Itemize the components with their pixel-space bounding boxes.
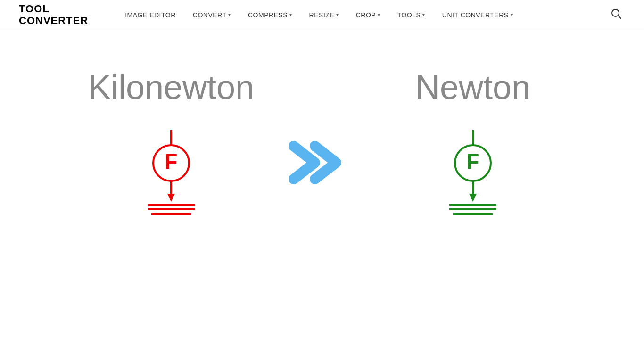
chevron-down-icon: ▾	[289, 12, 292, 17]
main-nav: IMAGE EDITOR CONVERT ▾ COMPRESS ▾ RESIZE…	[116, 0, 607, 30]
svg-point-0	[612, 9, 619, 16]
nav-item-crop[interactable]: CROP ▾	[347, 0, 389, 30]
newton-icon: F	[435, 125, 511, 220]
chevron-down-icon: ▾	[378, 12, 380, 17]
nav-item-tools[interactable]: TOOLS ▾	[389, 0, 434, 30]
kilonewton-icon: F	[133, 125, 209, 220]
nav-item-resize[interactable]: RESIZE ▾	[301, 0, 347, 30]
conversion-arrow	[280, 97, 364, 191]
nav-item-convert[interactable]: CONVERT ▾	[184, 0, 239, 30]
logo[interactable]: TOOL CONVERTER	[19, 3, 88, 26]
svg-line-1	[619, 16, 621, 19]
nav-item-unit-converters[interactable]: UNIT CONVERTERS ▾	[434, 0, 521, 30]
nav-item-compress[interactable]: COMPRESS ▾	[239, 0, 301, 30]
chevron-down-icon: ▾	[336, 12, 339, 17]
header: TOOL CONVERTER IMAGE EDITOR CONVERT ▾ CO…	[0, 0, 644, 30]
svg-text:F: F	[165, 150, 178, 173]
to-unit-section: Newton F	[364, 68, 581, 220]
svg-marker-14	[469, 194, 477, 202]
main-content: Kilonewton F Newton	[0, 30, 644, 257]
chevron-down-icon: ▾	[422, 12, 425, 17]
from-unit-section: Kilonewton F	[63, 68, 280, 220]
svg-marker-6	[167, 194, 175, 202]
nav-item-image-editor[interactable]: IMAGE EDITOR	[116, 0, 184, 30]
double-chevron-right-icon	[289, 134, 355, 191]
chevron-down-icon: ▾	[511, 12, 513, 17]
from-unit-title: Kilonewton	[88, 68, 254, 107]
svg-text:F: F	[467, 150, 479, 173]
search-icon[interactable]	[607, 5, 625, 25]
to-unit-title: Newton	[415, 68, 530, 107]
chevron-down-icon: ▾	[228, 12, 231, 17]
